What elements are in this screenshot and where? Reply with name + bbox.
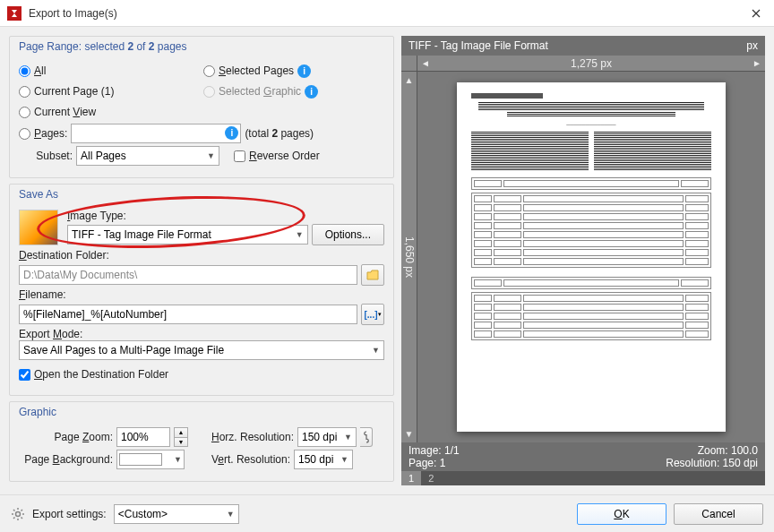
label-current-page: Current Page (1) [34, 85, 114, 98]
status-page: Page: 1 [408, 457, 460, 469]
page-preview: ───────────── [457, 82, 726, 432]
preview-title: TIFF - Tag Image File Format [408, 39, 548, 52]
status-res: Resolution: 150 dpi [666, 457, 758, 469]
status-zoom: Zoom: 100.0 [666, 444, 758, 457]
preview-tab-2[interactable]: 2 [421, 471, 441, 485]
label-all: All [34, 64, 46, 77]
options-button[interactable]: Options... [312, 224, 384, 245]
filename-input[interactable] [19, 305, 357, 324]
status-image: Image: 1/1 [408, 444, 460, 457]
hres-select[interactable]: 150 dpi▼ [297, 427, 357, 447]
bottom-bar: Export settings: <Custom>▼ OK Cancel [0, 494, 774, 532]
cancel-button[interactable]: Cancel [674, 503, 763, 525]
image-type-label: Image Type: [67, 210, 384, 222]
radio-current-view[interactable] [19, 107, 30, 118]
save-as-group: Save As Image Type: TIFF - Tag Image Fil… [9, 184, 394, 396]
subset-label: Subset: [19, 150, 73, 162]
info-icon[interactable]: i [305, 85, 318, 99]
page-range-title: Page Range: selected 2 of 2 pages [10, 37, 393, 56]
zoom-label: Page Zoom: [19, 431, 113, 443]
label-selected-graphic: Selected Graphic [219, 85, 301, 98]
graphic-title: Graphic [10, 402, 393, 422]
preview-unit: px [746, 39, 758, 52]
svg-point-0 [16, 511, 21, 516]
export-mode-select[interactable]: Save All Pages to a Multi-Page Image Fil… [19, 340, 384, 360]
dest-label: Destination Folder: [19, 249, 384, 262]
radio-pages[interactable] [19, 128, 30, 140]
page-range-group: Page Range: selected 2 of 2 pages All Se… [9, 36, 394, 178]
radio-selected-graphic [203, 86, 215, 98]
titlebar: Export to Image(s) [0, 0, 774, 27]
browse-folder-button[interactable] [361, 264, 384, 286]
link-resolution-icon[interactable] [360, 427, 373, 447]
gear-icon [11, 507, 25, 521]
dest-input[interactable] [19, 265, 357, 285]
label-current-view: Current View [34, 106, 96, 118]
radio-selected-pages[interactable] [203, 65, 215, 77]
vres-select[interactable]: 150 dpi▼ [294, 450, 353, 469]
ruler-vertical: ▲1,650 px▼ [401, 72, 417, 442]
zoom-spinner[interactable]: ▲▼ [174, 427, 188, 447]
info-icon[interactable]: i [297, 64, 311, 78]
preview-tab-1[interactable]: 1 [401, 471, 421, 485]
ruler-horizontal: ◄1,275 px► [417, 56, 765, 72]
label-selected-pages: Selected Pages [219, 64, 294, 77]
image-type-select[interactable]: TIFF - Tag Image File Format▼ [67, 225, 308, 245]
radio-current-page[interactable] [19, 86, 30, 98]
image-type-thumb [19, 210, 58, 245]
open-dest-label: Open the Destination Folder [34, 368, 168, 381]
reverse-checkbox[interactable] [234, 150, 245, 162]
save-as-title: Save As [10, 184, 393, 204]
filename-macro-button[interactable]: [...]▾ [361, 304, 384, 325]
label-pages: Pages: [34, 127, 67, 140]
reverse-label: Reverse Order [249, 150, 320, 162]
ok-button[interactable]: OK [577, 503, 666, 525]
preview-tabs: 1 2 [401, 471, 765, 485]
preview-panel: TIFF - Tag Image File Format px ◄1,275 p… [401, 36, 765, 485]
vres-label: Vert. Resolution: [201, 453, 290, 466]
export-settings-select[interactable]: <Custom>▼ [114, 504, 239, 524]
graphic-group: Graphic Page Zoom: ▲▼ Horz. Resolution: … [9, 401, 394, 482]
export-mode-label: Export Mode: [19, 328, 384, 340]
subset-select[interactable]: All Pages▼ [76, 146, 219, 166]
app-icon [7, 6, 22, 21]
window-title: Export to Image(s) [29, 7, 738, 20]
filename-label: Filename: [19, 288, 384, 301]
zoom-input[interactable] [116, 427, 170, 447]
preview-viewport[interactable]: ───────────── [417, 72, 765, 442]
close-button[interactable] [738, 0, 774, 27]
total-pages: (total 2 pages) [245, 127, 314, 140]
radio-all[interactable] [19, 65, 30, 77]
export-settings-label: Export settings: [32, 508, 107, 520]
pages-input[interactable] [71, 124, 241, 143]
open-dest-checkbox[interactable] [19, 369, 30, 381]
hres-label: Horz. Resolution: [204, 431, 294, 443]
bg-select[interactable]: ▼ [116, 450, 185, 469]
bg-label: Page Background: [19, 453, 113, 466]
